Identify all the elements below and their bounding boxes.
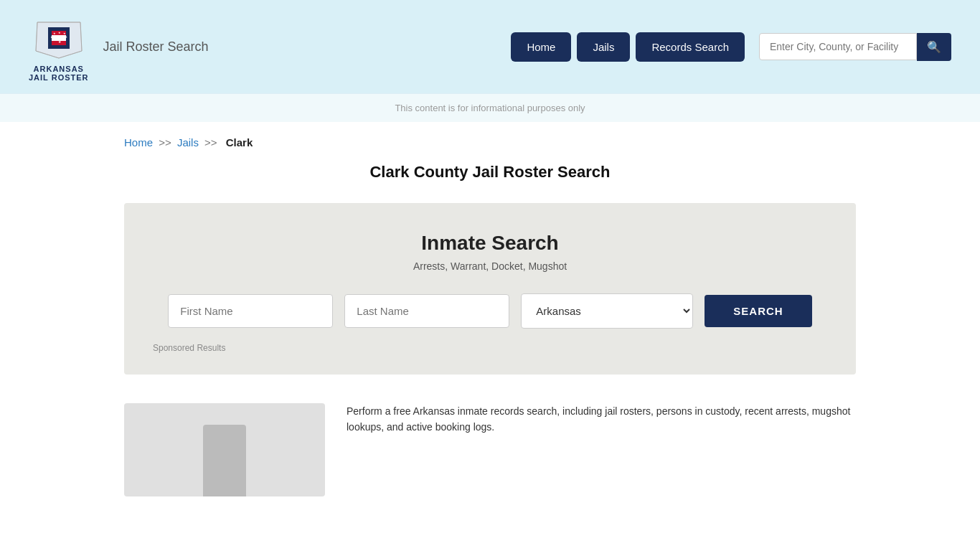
svg-text:ARKANSAS: ARKANSAS [50,35,67,39]
logo-area: ARKANSAS ★ ★ ★ ★ ARKANSAS JAIL ROSTER [29,11,89,82]
home-nav-button[interactable]: Home [511,32,571,62]
last-name-input[interactable] [344,294,509,328]
search-container: Inmate Search Arrests, Warrant, Docket, … [124,203,856,375]
search-form: AlabamaAlaskaArizonaArkansasCaliforniaCo… [153,293,827,329]
breadcrumb: Home >> Jails >> Clark [124,136,856,149]
page-title: Clark County Jail Roster Search [124,163,856,182]
records-search-nav-button[interactable]: Records Search [636,32,745,62]
bottom-description: Perform a free Arkansas inmate records s… [347,403,856,435]
breadcrumb-sep2: >> [204,136,217,149]
info-bar-text: This content is for informational purpos… [395,103,585,113]
bottom-section: Perform a free Arkansas inmate records s… [124,403,856,496]
search-button[interactable]: SEARCH [705,295,811,327]
header-search-input[interactable] [759,33,917,60]
breadcrumb-current: Clark [226,136,253,149]
main-content: Home >> Jails >> Clark Clark County Jail… [95,122,885,525]
header-search-bar: 🔍 [759,33,951,61]
site-title: Jail Roster Search [103,39,209,55]
state-select[interactable]: AlabamaAlaskaArizonaArkansasCaliforniaCo… [521,293,693,329]
jails-nav-button[interactable]: Jails [577,32,630,62]
first-name-input[interactable] [168,294,333,328]
logo-icon: ARKANSAS ★ ★ ★ ★ [30,11,88,62]
breadcrumb-sep1: >> [159,136,171,149]
header-search-button[interactable]: 🔍 [917,33,951,61]
breadcrumb-jails[interactable]: Jails [177,136,199,149]
breadcrumb-home[interactable]: Home [124,136,153,149]
svg-text:★: ★ [58,31,61,34]
site-header: ARKANSAS ★ ★ ★ ★ ARKANSAS JAIL ROSTER Ja… [0,0,980,93]
inmate-search-title: Inmate Search [153,232,827,255]
logo-text: ARKANSAS JAIL ROSTER [29,65,89,82]
search-icon: 🔍 [927,41,941,53]
nav-area: Home Jails Records Search 🔍 [511,32,951,62]
inmate-search-subtitle: Arrests, Warrant, Docket, Mugshot [153,260,827,272]
svg-text:★: ★ [53,32,56,35]
sponsored-label: Sponsored Results [153,343,827,353]
svg-text:★: ★ [63,32,66,35]
thumbnail-image [124,403,325,496]
info-bar: This content is for informational purpos… [0,93,980,122]
